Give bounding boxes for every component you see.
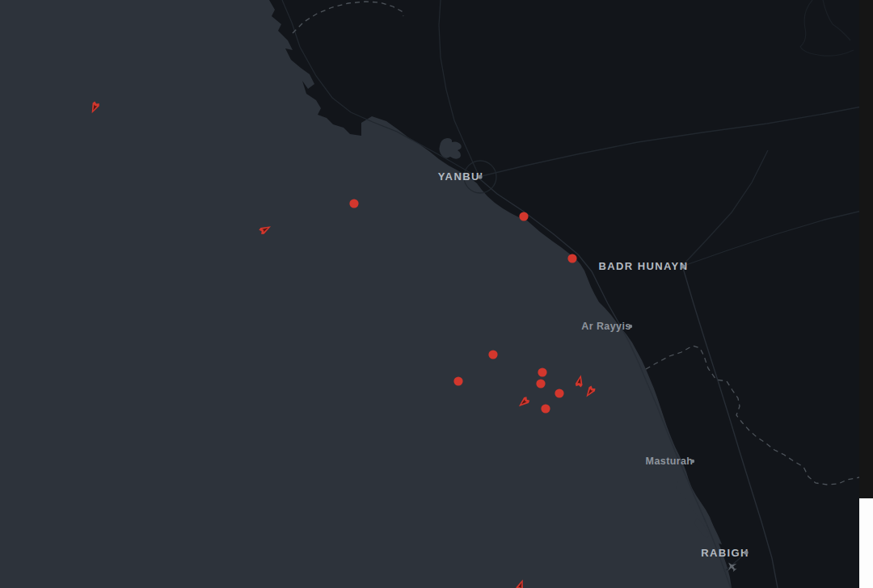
city-label-yanbu: YANBU'	[438, 170, 484, 183]
vessel-dot-icon[interactable]	[555, 388, 563, 397]
vessel-dot-icon[interactable]	[536, 379, 545, 388]
city-label-text: Masturah	[646, 456, 694, 467]
city-label-text: Ar Rayyis	[581, 321, 630, 332]
vessel-dot-icon[interactable]	[538, 368, 546, 376]
city-label-text: YANBU'	[438, 170, 484, 183]
vessel-dot-icon[interactable]	[453, 376, 462, 385]
city-marker-dot	[744, 550, 748, 554]
vessel-dot-icon[interactable]	[488, 350, 497, 359]
city-label-masturah: Masturah	[646, 456, 695, 467]
city-label-badr-hunayn: BADR HUNAYN	[599, 260, 689, 272]
city-marker-dot	[629, 325, 632, 328]
vessel-dot-icon[interactable]	[349, 199, 358, 208]
vessel-dot-icon[interactable]	[541, 404, 550, 413]
map-edge-strip-light	[859, 498, 873, 588]
city-label-text: RABIGH	[701, 547, 749, 559]
map-edge-strip-dark	[859, 0, 873, 498]
map-canvas[interactable]: YANBU' BADR HUNAYN Ar Rayyis Masturah RA…	[0, 0, 873, 588]
city-label-text: BADR HUNAYN	[599, 260, 689, 272]
vessel-dot-icon[interactable]	[567, 254, 576, 262]
city-marker-dot	[691, 460, 694, 463]
city-label-rabigh: RABIGH	[701, 547, 749, 559]
city-marker-dot	[478, 174, 482, 178]
vessel-dot-icon[interactable]	[519, 212, 528, 220]
city-marker-dot	[681, 264, 685, 268]
city-label-ar-rayyis: Ar Rayyis	[581, 321, 632, 332]
map-svg[interactable]: YANBU' BADR HUNAYN Ar Rayyis Masturah RA…	[0, 0, 873, 588]
